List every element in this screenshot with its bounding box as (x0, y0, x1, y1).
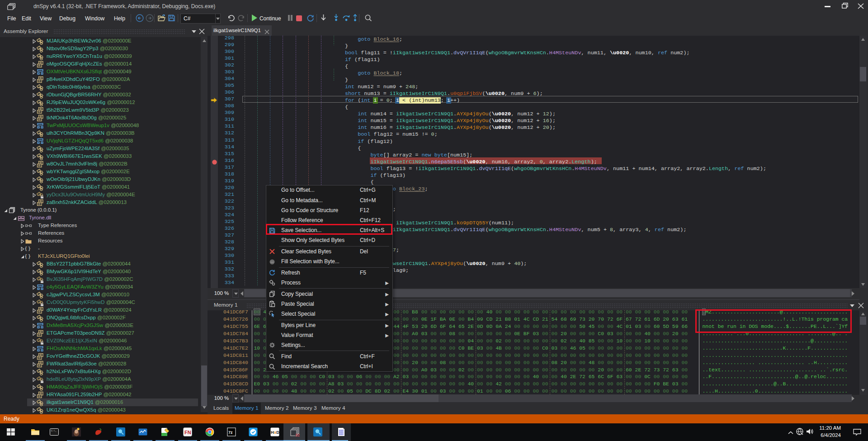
svg-text:C:\_: C:\_ (51, 430, 57, 432)
svg-text:7z: 7z (228, 430, 233, 435)
svg-text:FN: FN (184, 430, 191, 435)
svg-text:32: 32 (295, 433, 300, 437)
svg-text:HxD: HxD (271, 430, 279, 435)
